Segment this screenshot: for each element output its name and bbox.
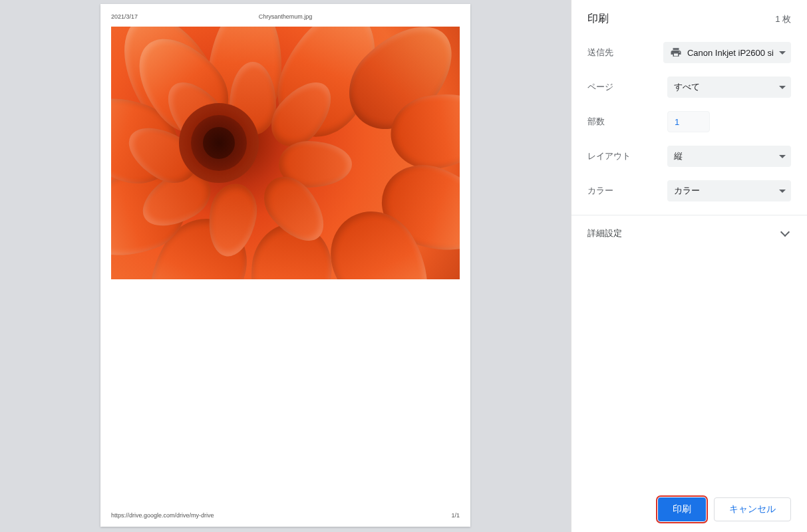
cancel-button[interactable]: キャンセル	[714, 497, 791, 521]
printer-icon	[670, 47, 682, 59]
color-select[interactable]: カラー	[667, 180, 791, 201]
destination-select[interactable]: Canon Inkjet iP2600 si	[663, 42, 791, 63]
copies-input[interactable]: 1	[667, 111, 710, 132]
preview-footer-url: https://drive.google.com/drive/my-drive	[111, 512, 214, 519]
preview-header-spacer	[433, 13, 460, 20]
preview-filename: Chrysanthemum.jpg	[259, 13, 313, 20]
caret-down-icon	[779, 190, 786, 193]
preview-page-indicator: 1/1	[451, 512, 460, 519]
layout-label: レイアウト	[587, 150, 667, 162]
layout-value: 縦	[674, 150, 774, 162]
caret-down-icon	[779, 86, 786, 89]
copies-label: 部数	[587, 116, 667, 128]
preview-footer: https://drive.google.com/drive/my-drive …	[111, 512, 460, 519]
chevron-down-icon	[780, 227, 790, 237]
color-value: カラー	[674, 185, 774, 197]
more-settings-toggle[interactable]: 詳細設定	[587, 227, 791, 253]
pages-label: ページ	[587, 81, 667, 93]
divider	[571, 215, 807, 215]
preview-header: 2021/3/17 Chrysanthemum.jpg	[111, 13, 460, 20]
copies-value: 1	[675, 117, 679, 127]
more-settings-label: 詳細設定	[587, 227, 622, 239]
destination-label: 送信先	[587, 47, 663, 59]
print-button[interactable]: 印刷	[658, 497, 706, 521]
preview-date: 2021/3/17	[111, 13, 138, 20]
destination-value: Canon Inkjet iP2600 si	[687, 48, 774, 58]
print-preview-area: 2021/3/17 Chrysanthemum.jpg	[0, 0, 571, 532]
caret-down-icon	[779, 51, 786, 55]
preview-image	[111, 27, 460, 279]
sheet-count: 1 枚	[775, 13, 791, 25]
print-settings-panel: 印刷 1 枚 送信先 Canon Inkjet iP2600 si ページ すべ…	[571, 0, 807, 532]
preview-page: 2021/3/17 Chrysanthemum.jpg	[100, 4, 470, 527]
pages-select[interactable]: すべて	[667, 76, 791, 98]
pages-value: すべて	[674, 81, 774, 93]
color-label: カラー	[587, 185, 667, 197]
panel-title: 印刷	[587, 12, 609, 26]
caret-down-icon	[779, 155, 786, 158]
layout-select[interactable]: 縦	[667, 146, 791, 167]
